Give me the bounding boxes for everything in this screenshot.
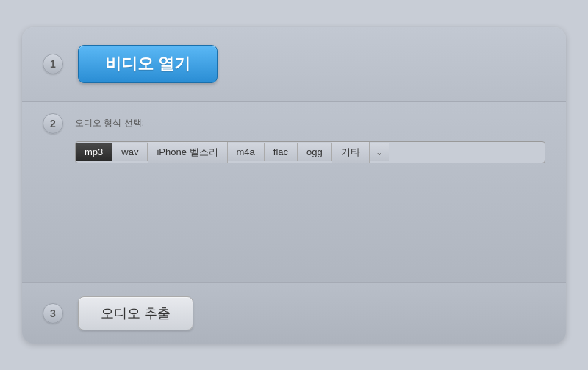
step-2-header: 2 오디오 형식 선택: [43, 113, 545, 134]
step-3-number: 3 [43, 303, 63, 324]
step-1-section: 1 비디오 열기 [22, 27, 566, 102]
step-2-section: 2 오디오 형식 선택: mp3 wav iPhone 벨소리 m4a flac… [22, 102, 566, 283]
format-tab-ogg[interactable]: ogg [298, 143, 332, 161]
step-3-section: 3 오디오 추출 [22, 283, 566, 344]
format-tab-wav[interactable]: wav [112, 143, 148, 161]
format-label: 오디오 형식 선택: [75, 117, 144, 129]
format-tabs: mp3 wav iPhone 벨소리 m4a flac ogg 기타 ⌄ [75, 141, 545, 163]
format-dropdown-arrow[interactable]: ⌄ [370, 143, 389, 161]
main-panel: 1 비디오 열기 2 오디오 형식 선택: mp3 wav iPhone 벨소리… [22, 27, 566, 344]
format-tab-iphone[interactable]: iPhone 벨소리 [148, 142, 227, 163]
format-tab-m4a[interactable]: m4a [228, 143, 265, 161]
format-tab-flac[interactable]: flac [265, 143, 298, 161]
step-1-number: 1 [43, 54, 63, 74]
format-tab-mp3[interactable]: mp3 [76, 143, 112, 161]
extract-audio-button[interactable]: 오디오 추출 [78, 296, 193, 330]
format-tab-other[interactable]: 기타 [332, 142, 370, 163]
open-video-button[interactable]: 비디오 열기 [78, 45, 218, 83]
step-2-number: 2 [43, 113, 63, 134]
